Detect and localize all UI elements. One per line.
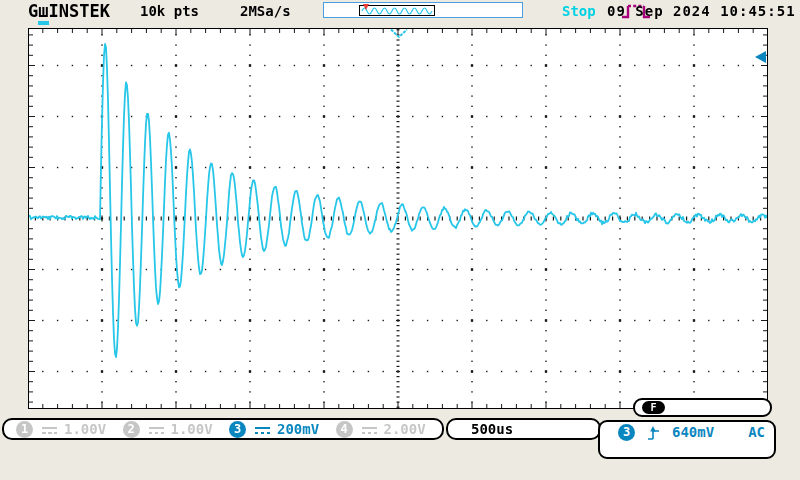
gwinstek-logo: GшINSTEK (28, 1, 110, 21)
logo-g: G (28, 1, 38, 21)
dc-coupling-icon (42, 427, 57, 435)
channel-4-scale: 2.00V (384, 421, 426, 437)
gw-logo-w-icon: ш (38, 1, 48, 25)
rising-edge-icon (647, 425, 660, 441)
memory-trigger-position-icon (363, 4, 369, 10)
oscilloscope-screen: GшINSTEK 10k pts 2MSa/s Stop 09 Sep 2024… (0, 0, 800, 480)
channel-3-badge: 3 (229, 421, 246, 438)
timebase-box[interactable]: 500us (446, 418, 601, 440)
trigger-info-box[interactable]: 3 640mV AC (598, 420, 776, 459)
trigger-source-badge: 3 (618, 424, 635, 441)
logo-instek: INSTEK (49, 1, 110, 21)
datetime-label: 09 Sep 2024 10:45:51 (607, 3, 796, 19)
trigger-level-marker[interactable] (755, 51, 766, 63)
dc-coupling-icon (362, 427, 377, 435)
memory-waveform-preview-icon (360, 6, 434, 16)
channel-1-scale: 1.00V (64, 421, 106, 437)
trigger-level-value: 640mV (672, 424, 714, 440)
trigger-position-marker[interactable] (389, 28, 409, 39)
channel-2-badge: 2 (123, 421, 140, 438)
channel-status-bar: 1 1.00V 2 1.00V 3 200mV 4 2.00V (2, 418, 444, 440)
trigger-coupling-label: AC (748, 424, 765, 440)
dc-coupling-icon (149, 427, 164, 435)
channel-3-status[interactable]: 3 200mV (229, 421, 336, 438)
run-status-label: Stop (562, 3, 596, 19)
channel-1-status[interactable]: 1 1.00V (16, 421, 123, 438)
timebase-scale: 500us (471, 421, 513, 437)
channel-2-scale: 1.00V (171, 421, 213, 437)
memory-bar-indicator[interactable] (323, 2, 523, 18)
channel-2-status[interactable]: 2 1.00V (123, 421, 230, 438)
channel-1-badge: 1 (16, 421, 33, 438)
memory-window (359, 5, 435, 16)
channel-4-status[interactable]: 4 2.00V (336, 421, 443, 438)
fine-indicator-box[interactable]: F (633, 398, 772, 417)
sample-rate-label: 2MSa/s (240, 3, 291, 19)
memory-depth-label: 10k pts (140, 3, 199, 19)
dc-coupling-icon (255, 427, 270, 435)
channel-3-scale: 200mV (277, 421, 319, 437)
fine-badge: F (642, 401, 665, 414)
channel-4-badge: 4 (336, 421, 353, 438)
